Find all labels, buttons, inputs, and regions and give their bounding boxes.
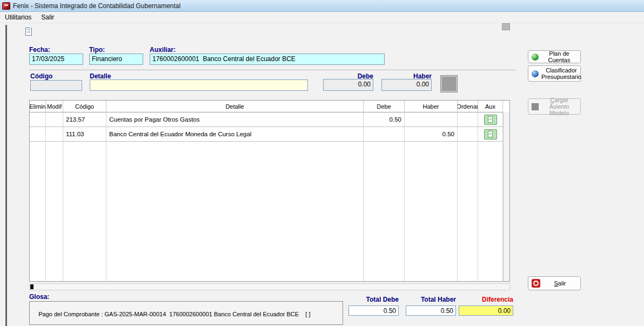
- table-body-rows: 213.57Cuentas por Pagar Otros Gastos0.50…: [30, 112, 503, 142]
- col-header-aux: Aux: [478, 101, 503, 112]
- toolbar: [0, 23, 644, 38]
- scroll-corner: [502, 23, 510, 30]
- document-icon: [488, 116, 493, 123]
- glosa-line1: Pago del Comprobante : GAS-2025-MAR-0001…: [38, 311, 310, 317]
- menu-bar: Utilitarios Salir: [0, 12, 644, 23]
- detalle-label: Detalle: [90, 72, 111, 80]
- total-haber-value: 0.50: [406, 305, 456, 316]
- table-horizontal-scrollbar[interactable]: [29, 283, 510, 290]
- diferencia-value: 0.00: [459, 305, 513, 316]
- col-header-elimin: Elimin: [30, 101, 46, 112]
- fecha-field[interactable]: 17/03/2025: [29, 54, 83, 65]
- auxiliar-field[interactable]: 1760002600001 Banco Central del Ecuador …: [150, 54, 385, 65]
- application-window: Fenix - Sistema Integrado de Contabilida…: [0, 0, 644, 326]
- plan-de-cuentas-label: Plan de Cuentas: [541, 50, 577, 63]
- separator-line: [29, 70, 516, 71]
- debe-input[interactable]: 0.00: [323, 79, 373, 91]
- aux-row-button[interactable]: [484, 129, 497, 139]
- diferencia-label: Diferencia: [459, 296, 513, 303]
- clasificador-label: Clasificador Presupuestario: [541, 67, 581, 80]
- col-header-codigo: Código: [63, 101, 106, 112]
- total-debe-label: Total Debe: [348, 296, 399, 303]
- detalle-input[interactable]: [90, 79, 308, 91]
- col-header-ordenar: Ordenar: [458, 101, 478, 112]
- power-icon: [532, 279, 540, 288]
- tipo-field[interactable]: Financiero: [89, 54, 143, 65]
- salir-label: Salir: [543, 280, 577, 287]
- fecha-label: Fecha:: [29, 46, 50, 54]
- app-icon: [2, 2, 10, 10]
- table-body: 213.57Cuentas por Pagar Otros Gastos0.50…: [30, 112, 503, 281]
- tipo-label: Tipo:: [89, 46, 105, 54]
- menu-item-salir[interactable]: Salir: [36, 12, 59, 23]
- horizontal-scroll-thumb[interactable]: [30, 284, 33, 289]
- col-header-detalle: Detalle: [106, 101, 364, 112]
- gray-square-icon: [532, 103, 539, 110]
- table-header: Elimin Modif Código Detalle Debe Haber O…: [30, 101, 503, 112]
- haber-input[interactable]: 0.00: [381, 79, 432, 91]
- window-title: Fenix - Sistema Integrado de Contabilida…: [13, 2, 180, 10]
- cargar-asiento-modelo-button[interactable]: Cargar Asiento Modelo: [528, 98, 581, 115]
- auxiliar-label: Auxiliar:: [150, 46, 176, 54]
- col-header-haber: Haber: [405, 101, 458, 112]
- add-entry-button[interactable]: [441, 76, 457, 92]
- table-vertical-scrollbar[interactable]: [503, 112, 509, 281]
- menu-item-utilitarios[interactable]: Utilitarios: [0, 12, 36, 23]
- title-bar: Fenix - Sistema Integrado de Contabilida…: [0, 0, 644, 12]
- glosa-textarea[interactable]: Pago del Comprobante : GAS-2025-MAR-0001…: [29, 301, 343, 325]
- green-sphere-icon: [532, 54, 539, 61]
- blue-sphere-icon: [532, 70, 539, 77]
- document-icon: [488, 131, 493, 137]
- document-icon: [25, 28, 32, 36]
- entries-table: Elimin Modif Código Detalle Debe Haber O…: [29, 100, 510, 282]
- aux-row-button[interactable]: [484, 115, 497, 125]
- col-header-debe: Debe: [364, 101, 405, 112]
- table-row[interactable]: 111.03Banco Central del Ecuador Moneda d…: [30, 127, 503, 142]
- new-voucher-button[interactable]: [23, 26, 35, 37]
- left-splitter: [5, 25, 7, 326]
- table-row[interactable]: 213.57Cuentas por Pagar Otros Gastos0.50: [30, 112, 503, 127]
- cargar-asiento-label: Cargar Asiento Modelo: [541, 97, 577, 116]
- codigo-input[interactable]: [30, 80, 82, 91]
- salir-button[interactable]: Salir: [528, 276, 581, 290]
- codigo-label: Código: [30, 72, 52, 80]
- glosa-label: Glosa:: [29, 293, 49, 301]
- total-haber-label: Total Haber: [406, 296, 456, 303]
- plan-de-cuentas-button[interactable]: Plan de Cuentas: [528, 50, 581, 63]
- col-header-modif: Modif: [46, 101, 63, 112]
- clasificador-presupuestario-button[interactable]: Clasificador Presupuestario: [528, 65, 581, 82]
- total-debe-value: 0.50: [348, 305, 399, 316]
